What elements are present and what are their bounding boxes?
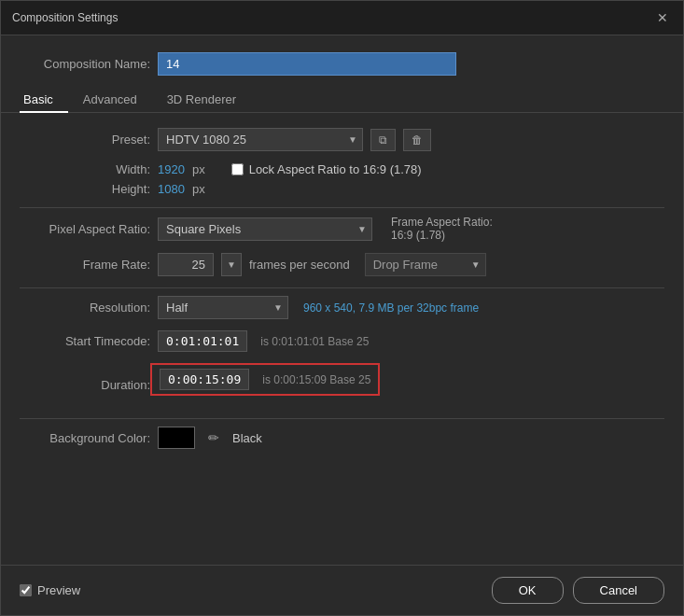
tab-advanced[interactable]: Advanced [68,87,152,112]
wh-section: Width: 1920 px Lock Aspect Ratio to 16:9… [20,162,664,196]
pixel-aspect-select[interactable]: Square Pixels [158,217,372,241]
start-timecode-value[interactable]: 0:01:01:01 [158,330,247,352]
bg-color-name: Black [232,431,262,445]
frame-rate-label: Frame Rate: [20,258,150,272]
width-unit: px [192,162,205,176]
frame-rate-input[interactable] [158,253,214,276]
tabs-bar: Basic Advanced 3D Renderer [1,87,683,113]
frame-rate-row: Frame Rate: ▼ frames per second Drop Fra… [20,253,664,276]
width-row: Width: 1920 px Lock Aspect Ratio to 16:9… [20,162,664,176]
preset-select-wrapper: HDTV 1080 25 ▼ [158,128,363,151]
eyedropper-icon[interactable]: ✏ [208,430,219,445]
height-unit: px [192,182,205,196]
divider-2 [20,287,664,288]
dialog-footer: Preview OK Cancel [1,565,683,615]
duration-value[interactable]: 0:00:15:09 [160,369,249,390]
comp-name-input[interactable] [158,52,456,76]
resolution-select[interactable]: Half [158,296,288,319]
footer-buttons: OK Cancel [492,577,664,604]
fps-label: frames per second [249,258,350,272]
frame-rate-dropdown-wrapper: ▼ [221,253,242,276]
bg-color-swatch[interactable] [158,427,195,449]
preview-check-row: Preview [20,583,80,597]
preset-label: Preset: [20,133,150,147]
pixel-aspect-label: Pixel Aspect Ratio: [20,222,150,236]
width-value[interactable]: 1920 [158,162,185,176]
tab-3d-renderer[interactable]: 3D Renderer [152,87,251,112]
start-timecode-row: Start Timecode: 0:01:01:01 is 0:01:01:01… [20,330,664,352]
frame-aspect-label: Frame Aspect Ratio: [391,216,493,229]
divider-3 [20,418,664,419]
resolution-info: 960 x 540, 7.9 MB per 32bpc frame [303,301,479,315]
resolution-select-wrapper: Half ▼ [158,296,288,319]
cancel-button[interactable]: Cancel [573,577,664,604]
comp-name-label: Composition Name: [20,57,150,71]
duration-container: Duration: 0:00:15:09 is 0:00:15:09 Base … [20,363,664,407]
preview-label: Preview [37,583,80,597]
tab-content: Preset: HDTV 1080 25 ▼ ⧉ 🗑 Width: 1920 p… [1,113,683,565]
height-value[interactable]: 1080 [158,182,185,196]
frame-aspect-value: 16:9 (1.78) [391,229,493,242]
dialog-body: Composition Name: Basic Advanced 3D Rend… [1,35,683,615]
preview-checkbox[interactable] [20,584,32,596]
tab-basic[interactable]: Basic [20,87,68,112]
drop-frame-wrapper: Drop Frame ▼ [365,253,486,276]
frame-aspect-ratio: Frame Aspect Ratio: 16:9 (1.78) [391,216,493,242]
lock-aspect-checkbox[interactable] [231,163,244,175]
close-button[interactable]: ✕ [653,8,672,27]
preset-select[interactable]: HDTV 1080 25 [158,128,363,151]
lock-aspect-label: Lock Aspect Ratio to 16:9 (1.78) [249,162,422,176]
duration-label: Duration: [20,378,150,392]
start-timecode-note: is 0:01:01:01 Base 25 [260,335,369,348]
comp-name-row: Composition Name: [1,35,683,87]
duration-highlight: 0:00:15:09 is 0:00:15:09 Base 25 [150,363,380,396]
bg-color-row: Background Color: ✏ Black [20,427,664,449]
drop-frame-select[interactable]: Drop Frame [365,253,486,276]
width-label: Width: [20,162,150,176]
dialog-title: Composition Settings [12,11,118,24]
composition-settings-dialog: Composition Settings ✕ Composition Name:… [0,0,684,616]
resolution-label: Resolution: [20,301,150,315]
preset-copy-button[interactable]: ⧉ [370,129,396,151]
preset-row: Preset: HDTV 1080 25 ▼ ⧉ 🗑 [20,128,664,151]
ok-button[interactable]: OK [492,577,564,604]
title-bar: Composition Settings ✕ [1,1,683,35]
start-timecode-label: Start Timecode: [20,334,150,348]
lock-aspect-row: Lock Aspect Ratio to 16:9 (1.78) [231,162,422,176]
divider-1 [20,207,664,208]
pixel-aspect-select-wrapper: Square Pixels ▼ [158,217,372,241]
frame-rate-select[interactable] [221,253,242,276]
duration-note: is 0:00:15:09 Base 25 [262,373,370,386]
height-row: Height: 1080 px [20,182,664,196]
resolution-row: Resolution: Half ▼ 960 x 540, 7.9 MB per… [20,296,664,319]
bg-color-label: Background Color: [20,431,150,445]
pixel-aspect-row: Pixel Aspect Ratio: Square Pixels ▼ Fram… [20,216,664,242]
preset-delete-button[interactable]: 🗑 [403,129,431,151]
height-label: Height: [20,182,150,196]
